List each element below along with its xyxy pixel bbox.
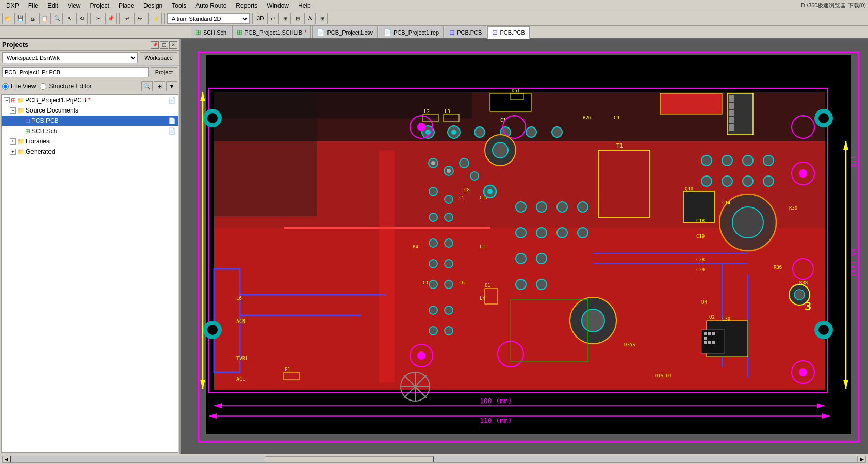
- pcb-view[interactable]: T1 L2 L3 D51 Q10: [181, 39, 868, 454]
- toolbar-rotate-btn[interactable]: ↻: [76, 13, 88, 24]
- tab-schlib[interactable]: ⊞ PCB_Project1.SCHLIB *: [232, 26, 311, 38]
- toolbar-3d-btn[interactable]: 3D: [255, 13, 266, 24]
- toolbar-paste-btn[interactable]: 📌: [105, 13, 117, 24]
- tab-sch-icon: ⊞: [195, 28, 201, 36]
- svg-point-83: [429, 187, 437, 196]
- view-icon-btn-2[interactable]: ⊞: [154, 81, 165, 91]
- toolbar-select-btn[interactable]: ↖: [64, 13, 75, 24]
- tab-csv-label: PCB_Project1.csv: [327, 29, 373, 36]
- svg-rect-137: [729, 103, 734, 109]
- toolbar-mirror-btn[interactable]: ⊞: [280, 13, 291, 24]
- scroll-track[interactable]: [10, 456, 858, 463]
- toolbar-align-btn[interactable]: ⊟: [292, 13, 303, 24]
- tab-pcb1[interactable]: ⊡ PCB.PCB: [445, 26, 486, 38]
- project-name-input[interactable]: [2, 67, 149, 77]
- view-row: File View Structure Editor 🔍 ⊞ ▼: [0, 79, 179, 93]
- menu-place[interactable]: Place: [114, 1, 138, 10]
- menu-window[interactable]: Window: [263, 1, 293, 10]
- tree-root[interactable]: − ⊞ 📁 PCB_Project1.PrjPCB * 📄: [2, 95, 178, 105]
- svg-point-163: [794, 290, 805, 300]
- toolbar-undo-btn[interactable]: ↩: [122, 13, 133, 24]
- svg-point-98: [487, 189, 493, 194]
- svg-point-90: [445, 260, 453, 268]
- project-tree[interactable]: − ⊞ 📁 PCB_Project1.PrjPCB * 📄 − 📁 Source…: [1, 94, 178, 453]
- toolbar-view-select[interactable]: Altium Standard 2D: [167, 13, 250, 24]
- tree-schsch[interactable]: ⊞ SCH.Sch 📄: [2, 126, 178, 136]
- svg-point-57: [417, 351, 425, 360]
- toolbar-route-btn[interactable]: ⚡: [151, 13, 162, 24]
- workspace-button[interactable]: Workspace: [140, 52, 177, 63]
- svg-point-92: [445, 280, 453, 289]
- tree-pcbpcb-icon: ⊡: [25, 117, 30, 124]
- svg-point-96: [445, 327, 453, 335]
- menu-view[interactable]: View: [63, 1, 85, 10]
- menu-file[interactable]: File: [24, 1, 42, 10]
- tree-libraries[interactable]: + 📁 Libraries: [2, 136, 178, 147]
- svg-text:D35S: D35S: [624, 342, 635, 347]
- menu-project[interactable]: Project: [86, 1, 113, 10]
- tab-rep-label: PCB_Project1.rep: [394, 29, 439, 36]
- svg-point-113: [743, 155, 753, 166]
- tree-root-expand[interactable]: −: [4, 97, 10, 103]
- svg-text:55 (mm): 55 (mm): [850, 248, 858, 277]
- tree-libs-expand[interactable]: +: [10, 138, 16, 145]
- structure-view-label[interactable]: Structure Editor: [48, 83, 91, 90]
- file-view-radio-input[interactable]: [2, 83, 9, 90]
- toolbar-save-btn[interactable]: 💾: [14, 13, 26, 24]
- tab-csv[interactable]: 📄 PCB_Project1.csv: [312, 26, 378, 38]
- tree-pcbpcb[interactable]: ⊡ PCB.PCB 📄: [2, 116, 178, 126]
- tree-source-expand[interactable]: −: [10, 107, 16, 114]
- panel-float-btn[interactable]: ▢: [160, 41, 168, 49]
- panel-close-btn[interactable]: ✕: [169, 41, 177, 49]
- pcb-canvas[interactable]: T1 L2 L3 D51 Q10: [181, 39, 868, 454]
- dim-110mm: 110 (mm): [480, 417, 512, 424]
- panel-header: Projects 📌 ▢ ✕: [0, 39, 179, 51]
- svg-text:110: 110: [850, 155, 858, 167]
- svg-text:U2: U2: [709, 315, 715, 320]
- tree-generated[interactable]: + 📁 Generated: [2, 147, 178, 157]
- panel-pin-btn[interactable]: 📌: [151, 41, 159, 49]
- scroll-right-btn[interactable]: ▶: [858, 456, 866, 463]
- svg-point-112: [722, 155, 732, 166]
- svg-text:R30: R30: [789, 205, 797, 211]
- workspace-select[interactable]: Workspace1.DsnWrk: [2, 52, 138, 63]
- svg-point-110: [536, 279, 547, 290]
- tab-pcb2[interactable]: ⊡ PCB.PCB: [487, 26, 529, 39]
- toolbar-text-btn[interactable]: A: [304, 13, 316, 24]
- view-icon-btn-3[interactable]: ▼: [166, 81, 177, 91]
- tree-gen-expand[interactable]: +: [10, 149, 16, 155]
- menu-autoroute[interactable]: Auto Route: [191, 1, 231, 10]
- file-view-label[interactable]: File View: [11, 83, 36, 90]
- toolbar-print-btn[interactable]: 🖨: [27, 13, 38, 24]
- svg-point-117: [743, 176, 753, 186]
- svg-point-103: [516, 228, 526, 238]
- tab-rep[interactable]: 📄 PCB_Project1.rep: [379, 26, 444, 38]
- menu-dxp[interactable]: DXP: [2, 1, 23, 10]
- menu-edit[interactable]: Edit: [43, 1, 62, 10]
- menu-tools[interactable]: Tools: [168, 1, 190, 10]
- toolbar-zoom-btn[interactable]: 🔍: [52, 13, 63, 24]
- tab-schlib-label: PCB_Project1.SCHLIB: [244, 29, 302, 36]
- svg-point-78: [431, 161, 435, 165]
- toolbar-open-btn[interactable]: 📂: [2, 13, 13, 24]
- svg-point-104: [536, 228, 547, 238]
- menu-help[interactable]: Help: [294, 1, 315, 10]
- tab-sch[interactable]: ⊞ SCH.Sch: [191, 26, 231, 38]
- bottom-scrollbar: ◀ ▶: [0, 454, 868, 464]
- toolbar-cut-btn[interactable]: ✂: [93, 13, 104, 24]
- structure-view-radio-input[interactable]: [40, 83, 46, 90]
- svg-point-111: [701, 155, 712, 166]
- svg-point-115: [701, 176, 712, 186]
- tree-source-docs[interactable]: − 📁 Source Documents: [2, 105, 178, 116]
- project-button[interactable]: Project: [151, 67, 177, 77]
- toolbar-redo-btn[interactable]: ↪: [134, 13, 145, 24]
- menu-design[interactable]: Design: [139, 1, 167, 10]
- toolbar-copy-btn[interactable]: 📋: [39, 13, 51, 24]
- view-icon-btn-1[interactable]: 🔍: [141, 81, 153, 91]
- menu-reports[interactable]: Reports: [232, 1, 261, 10]
- toolbar-dim-btn[interactable]: ⊞: [317, 13, 328, 24]
- svg-text:C6: C6: [459, 280, 465, 285]
- scroll-left-btn[interactable]: ◀: [2, 456, 10, 463]
- scroll-thumb[interactable]: [265, 456, 434, 462]
- toolbar-flip-btn[interactable]: ⇄: [267, 13, 279, 24]
